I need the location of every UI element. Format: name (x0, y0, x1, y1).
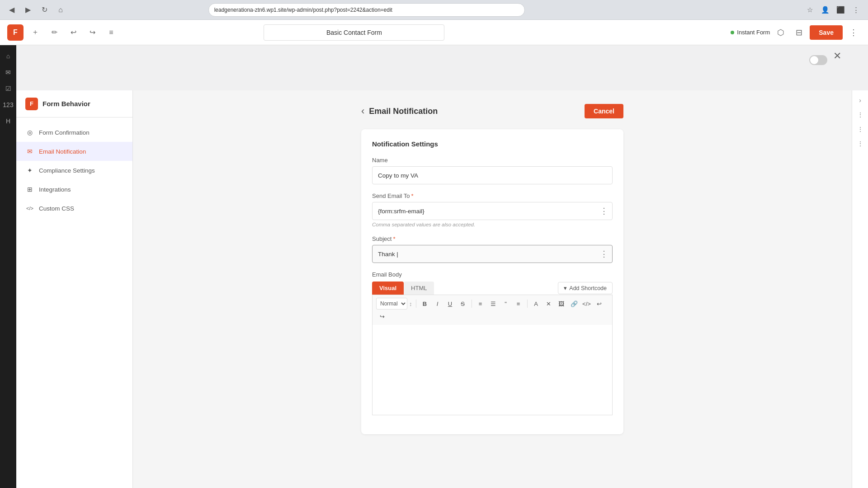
italic-button[interactable]: I (432, 298, 443, 310)
custom-css-icon: </> (25, 204, 34, 213)
back-icon: ‹ (361, 105, 364, 117)
nav-item-email-notification[interactable]: ✉ Email Notification (16, 142, 132, 161)
image-button[interactable]: 🖼 (556, 298, 567, 310)
subject-dots-button[interactable]: ⋮ (600, 249, 608, 259)
toggle-switch[interactable] (809, 55, 827, 65)
nav-item-custom-css[interactable]: </> Custom CSS (16, 199, 132, 218)
nav-item-compliance-settings[interactable]: ✦ Compliance Settings (16, 161, 132, 180)
modal-close-button[interactable]: ✕ (830, 49, 844, 63)
right-panel-collapse-icon[interactable]: › (854, 94, 867, 107)
email-body-label: Email Body (372, 271, 613, 278)
name-field-group: Name (372, 157, 613, 184)
redo-editor-button[interactable]: ↪ (376, 310, 388, 322)
integrations-icon: ⊞ (25, 185, 34, 194)
fb-modal-title: Form Behavior (42, 100, 90, 108)
right-panel-dots-3-icon[interactable]: ⋮ (854, 137, 867, 150)
subject-input[interactable] (372, 245, 613, 263)
name-input[interactable] (372, 166, 613, 184)
nav-item-integrations[interactable]: ⊞ Integrations (16, 180, 132, 199)
subject-required-star: * (393, 235, 395, 242)
section-title: Notification Settings (372, 140, 613, 148)
sidebar-check-icon[interactable]: ☑ (1, 81, 15, 96)
add-button[interactable]: ＋ (28, 25, 42, 40)
toggle-container (809, 55, 827, 65)
clear-format-button[interactable]: ✕ (543, 298, 555, 310)
right-panel-dots-icon[interactable]: ⋮ (854, 108, 867, 121)
form-title-input[interactable] (264, 24, 444, 41)
back-button[interactable]: ‹ (361, 105, 364, 117)
browser-bar: ◀ ▶ ↻ ⌂ leadgenerationa-ztn6.wp1.site/wp… (0, 0, 868, 20)
subject-input-wrapper: ⋮ (372, 245, 613, 263)
extensions-icon[interactable]: ⬛ (835, 4, 847, 16)
main-layout: ⌂ ✉ ☑ 123 H F Form Behavior ◎ Form Confi… (0, 45, 868, 488)
notification-settings-card: Notification Settings Name (361, 129, 623, 434)
nav-label-integrations: Integrations (39, 186, 71, 193)
nav-label-email-notification: Email Notification (39, 148, 86, 155)
blockquote-button[interactable]: " (500, 298, 512, 310)
instant-form-indicator: Instant Form (731, 29, 770, 36)
fb-sidebar: F Form Behavior ◎ Form Confirmation ✉ Em… (16, 90, 133, 488)
sidebar-mail-icon[interactable]: ✉ (1, 65, 15, 80)
compliance-settings-icon: ✦ (25, 166, 34, 175)
content-area: F Form Behavior ◎ Form Confirmation ✉ Em… (16, 45, 868, 488)
bookmark-icon[interactable]: ☆ (804, 4, 816, 16)
forward-button[interactable]: ▶ (22, 4, 34, 16)
undo-button[interactable]: ↩ (66, 25, 80, 40)
html-tab[interactable]: HTML (404, 282, 434, 295)
profile-icon[interactable]: 👤 (819, 4, 832, 16)
link-button[interactable]: 🔗 (568, 298, 580, 310)
toggle-knob (810, 56, 818, 64)
edit-button[interactable]: ✏ (47, 25, 61, 40)
save-button[interactable]: Save (810, 25, 843, 40)
bold-button[interactable]: B (419, 298, 431, 310)
sidebar-home-icon[interactable]: ⌂ (1, 49, 15, 63)
fb-content: ‹ Email Notification Cancel Notification… (133, 90, 852, 488)
send-email-to-input-wrapper: ⋮ (372, 202, 613, 220)
home-button[interactable]: ⌂ (54, 4, 67, 16)
sidebar-code-icon[interactable]: H (1, 114, 15, 128)
send-email-to-label: Send Email To * (372, 192, 613, 199)
content-header: ‹ Email Notification Cancel (361, 104, 623, 118)
unordered-list-button[interactable]: ☰ (487, 298, 499, 310)
underline-button[interactable]: U (444, 298, 456, 310)
form-confirmation-icon: ◎ (25, 128, 34, 137)
send-email-to-field-group: Send Email To * ⋮ Comma separated values… (372, 192, 613, 227)
nav-item-form-confirmation[interactable]: ◎ Form Confirmation (16, 123, 132, 142)
subject-field-group: Subject * ⋮ (372, 235, 613, 263)
more-button[interactable]: ≡ (104, 25, 118, 40)
sidebar-num-icon[interactable]: 123 (1, 98, 15, 112)
address-bar[interactable]: leadgenerationa-ztn6.wp1.site/wp-admin/p… (208, 3, 525, 17)
editor-tabs: Visual HTML (372, 282, 434, 295)
redo-button[interactable]: ↪ (85, 25, 99, 40)
name-input-wrapper (372, 166, 613, 184)
undo-editor-button[interactable]: ↩ (594, 298, 605, 310)
back-button[interactable]: ◀ (5, 4, 18, 16)
editor-body[interactable] (372, 325, 613, 415)
wp-toolbar: F ＋ ✏ ↩ ↪ ≡ Instant Form ⬡ ⊟ Save ⋮ (0, 20, 868, 45)
visual-tab[interactable]: Visual (372, 282, 404, 295)
settings-icon[interactable]: ⋮ (850, 4, 863, 16)
form-behavior-modal: F Form Behavior ◎ Form Confirmation ✉ Em… (16, 90, 868, 488)
format-select[interactable]: Normal (376, 298, 407, 310)
add-shortcode-button[interactable]: ▾ Add Shortcode (558, 282, 613, 294)
nav-label-compliance-settings: Compliance Settings (39, 167, 95, 174)
send-email-to-input[interactable] (372, 202, 613, 220)
text-color-button[interactable]: A (530, 298, 542, 310)
nav-label-custom-css: Custom CSS (39, 205, 74, 212)
align-button[interactable]: ≡ (513, 298, 524, 310)
preview-button[interactable]: ⬡ (774, 25, 788, 40)
fb-nav: ◎ Form Confirmation ✉ Email Notification… (16, 117, 132, 223)
editor-top-row: Visual HTML ▾ Add Shortcode (372, 282, 613, 295)
view-button[interactable]: ⊟ (792, 25, 806, 40)
refresh-button[interactable]: ↻ (38, 4, 51, 16)
cancel-button[interactable]: Cancel (585, 104, 623, 118)
nav-label-form-confirmation: Form Confirmation (39, 129, 90, 136)
code-button[interactable]: </> (581, 298, 593, 310)
send-email-hint: Comma separated values are also accepted… (372, 222, 613, 227)
options-button[interactable]: ⋮ (846, 25, 861, 40)
ordered-list-button[interactable]: ≡ (475, 298, 486, 310)
send-email-dots-button[interactable]: ⋮ (600, 206, 608, 216)
required-star: * (411, 192, 414, 199)
right-panel-dots-2-icon[interactable]: ⋮ (854, 123, 867, 136)
strikethrough-button[interactable]: S (457, 298, 469, 310)
